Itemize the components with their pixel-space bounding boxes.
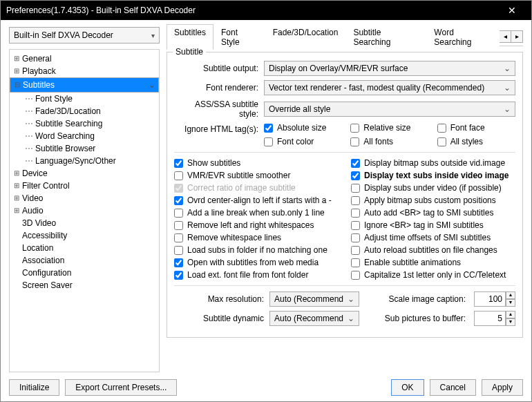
tree-item[interactable]: ⊞Playback (10, 65, 159, 77)
spin-down-icon[interactable]: ▼ (506, 299, 515, 307)
tree-item[interactable]: ⋯Word Searching (22, 130, 159, 142)
checkbox-option[interactable]: Auto reload subtitles on file changes (351, 245, 515, 255)
checkbox-option[interactable]: Load ext. font file from font folder (174, 270, 339, 280)
checkbox-input[interactable] (174, 221, 183, 230)
subtitle-output-select[interactable]: Display on Overlay/VMR/EVR surface (264, 61, 515, 76)
close-icon[interactable]: ✕ (498, 5, 526, 16)
sub-buffer-input[interactable] (474, 311, 506, 326)
checkbox-input[interactable] (351, 221, 360, 230)
tree-item[interactable]: ⊞Device (10, 167, 159, 180)
checkbox-input[interactable] (351, 258, 360, 267)
checkbox-input[interactable] (174, 233, 183, 242)
checkbox-input[interactable] (264, 124, 273, 133)
checkbox-input[interactable] (174, 196, 183, 205)
checkbox-input[interactable] (174, 258, 183, 267)
checkbox-input[interactable] (174, 171, 183, 180)
tree-item[interactable]: ·Accessibility (10, 229, 159, 242)
tab-fade-3d-location[interactable]: Fade/3D/Location (265, 24, 346, 50)
tab-scroll-left[interactable]: ◂ (499, 30, 511, 43)
expand-icon[interactable]: ⊞ (12, 180, 21, 192)
checkbox-option[interactable]: Relative size (350, 123, 428, 133)
expand-icon[interactable]: ⊞ (12, 52, 21, 65)
spin-down-icon[interactable]: ▼ (506, 318, 515, 326)
tree-item[interactable]: ⊞General (10, 52, 159, 65)
checkbox-option[interactable]: Ignore <BR> tag in SMI subtitles (351, 220, 515, 230)
tab-scroll-right[interactable]: ▸ (511, 30, 523, 43)
checkbox-option[interactable]: Display bitmap subs outside vid.image (351, 158, 515, 168)
expand-icon[interactable]: ⊞ (12, 204, 21, 217)
checkbox-input[interactable] (437, 124, 446, 133)
expand-icon[interactable]: ⊞ (12, 65, 21, 77)
checkbox-input[interactable] (174, 209, 183, 218)
checkbox-option[interactable]: Open with subtitles from web media (174, 258, 339, 267)
tab-word-searching[interactable]: Word Searching (426, 24, 500, 50)
tree-item[interactable]: ⋯Subtitle Searching (22, 117, 159, 130)
max-resolution-select[interactable]: Auto (Recommend (269, 291, 359, 307)
checkbox-option[interactable]: Add a line break when sub.only 1 line (174, 208, 339, 218)
scale-caption-spinner[interactable]: ▲▼ (474, 291, 515, 307)
ok-button[interactable]: OK (391, 379, 424, 396)
checkbox-option[interactable]: Remove whitespace lines (174, 233, 339, 242)
checkbox-input[interactable] (350, 124, 359, 133)
checkbox-option[interactable]: VMR/EVR subtitle smoother (174, 171, 339, 180)
checkbox-input[interactable] (264, 137, 273, 146)
tree-item[interactable]: ·Location (10, 242, 159, 254)
checkbox-input[interactable] (351, 233, 360, 242)
checkbox-option[interactable]: All fonts (350, 137, 428, 146)
checkbox-option[interactable]: All styles (437, 137, 515, 146)
checkbox-option[interactable]: Enable subtitle animations (351, 258, 515, 267)
sub-buffer-spinner[interactable]: ▲▼ (474, 311, 515, 326)
checkbox-option[interactable]: Remove left and right whitespaces (174, 220, 339, 230)
checkbox-input[interactable] (351, 196, 360, 205)
tree-item[interactable]: ⋯Subtitle Browser (22, 142, 159, 155)
checkbox-input[interactable] (351, 171, 360, 180)
checkbox-input[interactable] (174, 246, 183, 255)
checkbox-option[interactable]: Show subtitles (174, 158, 339, 168)
titlebar[interactable]: Preferences(1.7.4353) - Built-in Self DX… (1, 1, 531, 20)
cancel-button[interactable]: Cancel (430, 379, 476, 396)
checkbox-input[interactable] (351, 184, 360, 193)
tree-item[interactable]: ⊟Subtitles (10, 77, 159, 93)
checkbox-input[interactable] (351, 246, 360, 255)
checkbox-option[interactable]: Font face (437, 123, 515, 133)
tab-subtitles[interactable]: Subtitles (167, 24, 213, 50)
checkbox-input[interactable] (174, 271, 183, 280)
checkbox-option[interactable]: Load subs in folder if no matching one (174, 245, 339, 255)
checkbox-input[interactable] (350, 137, 359, 146)
checkbox-option[interactable]: Absolute size (264, 123, 342, 133)
checkbox-option[interactable]: Font color (264, 137, 342, 146)
tree-item[interactable]: ⊞Filter Control (10, 180, 159, 192)
decoder-combo[interactable]: Built-in Self DXVA Decoder (9, 27, 160, 44)
tree-item[interactable]: ⊞Audio (10, 204, 159, 217)
tree-item[interactable]: ·Association (10, 254, 159, 267)
tab-subtitle-searching[interactable]: Subtitle Searching (345, 24, 426, 50)
ass-style-select[interactable]: Override all style (264, 102, 515, 117)
checkbox-option[interactable]: Adjust time offsets of SMI subtitles (351, 233, 515, 242)
font-renderer-select[interactable]: Vector text renderer - fast, modest qual… (264, 80, 515, 95)
checkbox-input[interactable] (437, 137, 446, 146)
tree-item[interactable]: ⋯Fade/3D/Location (22, 105, 159, 117)
checkbox-input[interactable] (351, 209, 360, 218)
tree-item[interactable]: ·Configuration (10, 267, 159, 279)
tree-item[interactable]: ⋯Font Style (22, 93, 159, 105)
checkbox-option[interactable]: Display text subs inside video image (351, 171, 515, 180)
subtitle-dynamic-select[interactable]: Auto (Recommend (269, 311, 359, 326)
checkbox-option[interactable]: Apply bitmap subs custom positions (351, 195, 515, 205)
checkbox-option[interactable]: Display subs under video (if possible) (351, 183, 515, 193)
export-presets-button[interactable]: Export Current Presets... (65, 379, 177, 396)
apply-button[interactable]: Apply (482, 379, 523, 396)
checkbox-input[interactable] (351, 159, 360, 168)
expand-icon[interactable]: ⊞ (12, 167, 21, 180)
expand-icon[interactable]: ⊞ (12, 192, 21, 204)
checkbox-input[interactable] (351, 271, 360, 280)
tree-item[interactable]: ·Screen Saver (10, 279, 159, 291)
checkbox-option[interactable]: Auto add <BR> tag to SMI subtitles (351, 208, 515, 218)
scale-caption-input[interactable] (474, 291, 506, 307)
checkbox-option[interactable]: Capitalize 1st letter only in CC/Teletex… (351, 270, 515, 280)
initialize-button[interactable]: Initialize (9, 379, 59, 396)
checkbox-input[interactable] (174, 159, 183, 168)
tree-item[interactable]: ·3D Video (10, 217, 159, 229)
spin-up-icon[interactable]: ▲ (506, 291, 515, 299)
spin-up-icon[interactable]: ▲ (506, 311, 515, 318)
category-tree[interactable]: ⊞General⊞Playback⊟Subtitles⋯Font Style⋯F… (9, 49, 160, 372)
